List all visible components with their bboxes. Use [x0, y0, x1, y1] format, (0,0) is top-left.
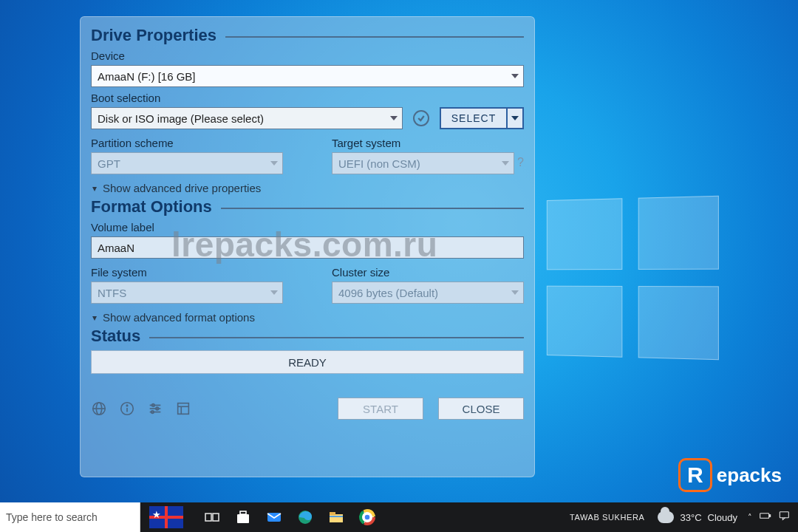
status-bar: READY	[91, 350, 524, 374]
boot-selection-dropdown[interactable]: Disk or ISO image (Please select)	[91, 107, 403, 129]
target-system-value: UEFI (non CSM)	[338, 157, 420, 170]
svg-rect-32	[780, 512, 788, 518]
advanced-drive-label: Show advanced drive properties	[103, 182, 261, 194]
triangle-down-icon	[511, 116, 519, 120]
system-tray: ˄	[748, 502, 798, 532]
chevron-down-icon: ▾	[92, 183, 97, 194]
chevron-down-icon	[390, 116, 398, 120]
chevron-down-icon	[270, 161, 278, 166]
brand-text: epacks	[717, 464, 782, 487]
volume-label-input[interactable]: AmaaN	[91, 236, 524, 259]
target-system-label: Target system	[332, 137, 514, 149]
task-view-icon[interactable]	[202, 508, 222, 527]
partition-scheme-label: Partition scheme	[91, 137, 283, 149]
svg-rect-17	[237, 514, 249, 523]
store-icon[interactable]	[233, 508, 253, 527]
section-title: Format Options	[91, 197, 212, 216]
section-title: Status	[91, 327, 140, 346]
svg-rect-23	[330, 516, 343, 517]
svg-rect-18	[240, 511, 246, 514]
chevron-down-icon	[511, 74, 519, 78]
taskbar-user-label: TAWAB SUKHERA	[570, 502, 658, 532]
start-button[interactable]: START	[338, 398, 423, 420]
section-header-format: Format Options	[91, 197, 524, 216]
cluster-size-label: Cluster size	[332, 266, 524, 279]
taskbar-pinned-apps	[192, 502, 387, 532]
section-title: Drive Properties	[91, 26, 216, 45]
svg-point-5	[126, 405, 127, 406]
svg-rect-31	[769, 515, 770, 517]
close-button[interactable]: CLOSE	[438, 398, 524, 420]
cluster-size-dropdown[interactable]: 4096 bytes (Default)	[332, 282, 524, 304]
advanced-drive-expander[interactable]: ▾ Show advanced drive properties	[92, 182, 524, 194]
select-dropdown-toggle[interactable]	[508, 107, 524, 129]
section-header-status: Status	[91, 327, 524, 346]
weather-cond: Cloudy	[708, 512, 737, 523]
search-placeholder: Type here to search	[6, 511, 98, 523]
target-system-help-icon[interactable]: ?	[517, 156, 524, 169]
chevron-down-icon	[270, 290, 278, 295]
action-center-icon[interactable]	[779, 510, 791, 525]
select-iso-split-button[interactable]: SELECT	[440, 107, 524, 129]
info-icon[interactable]	[119, 400, 135, 417]
windows-logo	[547, 196, 719, 360]
device-label: Device	[91, 50, 524, 62]
chevron-down-icon: ▾	[92, 313, 97, 323]
globe-icon[interactable]	[91, 400, 107, 417]
file-explorer-icon[interactable]	[327, 508, 346, 527]
status-value: READY	[288, 356, 327, 369]
device-value: AmaaN (F:) [16 GB]	[98, 70, 196, 83]
svg-rect-16	[213, 514, 219, 521]
volume-label-value: AmaaN	[98, 242, 134, 254]
svg-rect-30	[760, 514, 769, 519]
svg-rect-15	[205, 514, 211, 521]
filesystem-dropdown[interactable]: NTFS	[91, 282, 283, 304]
brand-initial: R	[678, 458, 712, 492]
taskbar-weather[interactable]: 33°C Cloudy	[658, 502, 748, 532]
taskbar-search-input[interactable]: Type here to search	[0, 502, 140, 532]
svg-rect-21	[330, 514, 343, 522]
chevron-down-icon	[511, 290, 519, 295]
cluster-size-value: 4096 bytes (Default)	[338, 287, 438, 299]
boot-selection-label: Boot selection	[91, 92, 524, 104]
taskbar-flag-icon[interactable]: ★	[140, 502, 192, 532]
edge-icon[interactable]	[296, 508, 315, 527]
boot-selection-value: Disk or ISO image (Please select)	[98, 112, 264, 125]
partition-scheme-dropdown[interactable]: GPT	[91, 152, 283, 174]
log-icon[interactable]	[175, 400, 191, 417]
partition-scheme-value: GPT	[98, 157, 120, 170]
tray-overflow-icon[interactable]: ˄	[748, 513, 752, 522]
chevron-down-icon	[502, 161, 509, 166]
svg-rect-22	[330, 512, 335, 515]
lrepacks-badge: R epacks	[678, 458, 782, 492]
desktop: lrepacks.com.ru R epacks Drive Propertie…	[0, 0, 798, 532]
checkmark-icon	[417, 114, 426, 123]
check-hash-button[interactable]	[413, 110, 429, 126]
advanced-format-label: Show advanced format options	[103, 311, 255, 324]
filesystem-value: NTFS	[98, 287, 126, 299]
section-header-drive: Drive Properties	[91, 26, 524, 45]
svg-rect-12	[178, 403, 189, 415]
select-button[interactable]: SELECT	[440, 107, 508, 129]
mail-icon[interactable]	[265, 508, 284, 527]
chrome-icon[interactable]	[358, 508, 377, 527]
filesystem-label: File system	[91, 266, 283, 279]
rufus-dialog: Drive Properties Device AmaaN (F:) [16 G…	[80, 16, 535, 477]
taskbar: Type here to search ★	[0, 502, 798, 532]
settings-sliders-icon[interactable]	[147, 400, 163, 417]
svg-rect-19	[267, 513, 281, 522]
cloud-icon	[658, 511, 674, 523]
device-dropdown[interactable]: AmaaN (F:) [16 GB]	[91, 65, 524, 87]
target-system-dropdown[interactable]: UEFI (non CSM)	[332, 152, 514, 174]
weather-temp: 33°C	[680, 512, 701, 523]
battery-icon[interactable]	[760, 510, 771, 525]
advanced-format-expander[interactable]: ▾ Show advanced format options	[92, 311, 524, 324]
volume-label-label: Volume label	[91, 221, 524, 233]
